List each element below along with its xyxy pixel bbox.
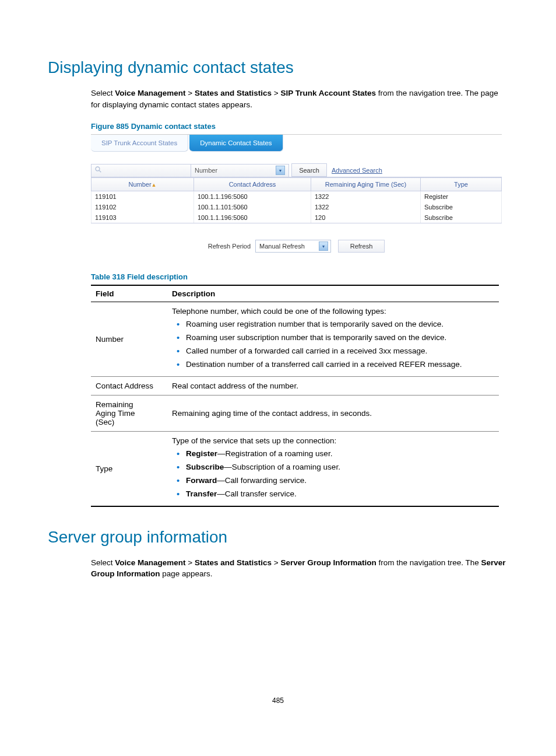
text: Select: [91, 89, 115, 97]
cell-contact: 100.1.1.101:5060: [194, 202, 311, 212]
table-row: 119102 100.1.1.101:5060 1322 Subscribe: [92, 202, 502, 212]
text: Remaining: [96, 400, 133, 409]
col-number[interactable]: Number▲: [92, 178, 194, 191]
page-number: 485: [48, 696, 508, 705]
list-item: Roaming user registration number that is…: [186, 318, 494, 331]
list-item: Destination number of a transferred call…: [186, 358, 494, 372]
cell-number: 119102: [92, 202, 194, 212]
figure-caption: Figure 885 Dynamic contact states: [91, 122, 508, 131]
text-strong: Forward: [186, 476, 217, 485]
list-item: Subscribe—Subscription of a roaming user…: [186, 461, 494, 474]
refresh-period-value: Manual Refresh: [259, 243, 305, 250]
breadcrumb-voice-management: Voice Management: [115, 89, 185, 97]
cell-number: 119101: [92, 191, 194, 202]
desc-type: Type of the service that sets up the con…: [167, 431, 499, 506]
cell-aging: 120: [311, 212, 421, 223]
tab-sip-trunk-account-states[interactable]: SIP Trunk Account States: [91, 135, 188, 152]
breadcrumb-sip-trunk-account-states: SIP Trunk Account States: [280, 89, 376, 97]
tab-bar: SIP Trunk Account States Dynamic Contact…: [91, 135, 502, 152]
text: Telephone number, which could be one of …: [172, 307, 386, 316]
text: Type of the service that sets up the con…: [172, 436, 336, 445]
refresh-button[interactable]: Refresh: [338, 240, 385, 253]
col-label: Number: [128, 181, 151, 188]
text: (Sec): [96, 418, 114, 426]
field-type: Type: [91, 431, 167, 506]
col-remaining-aging-time[interactable]: Remaining Aging Time (Sec): [311, 178, 421, 191]
text-strong: Register: [186, 449, 217, 458]
text: —Call forwarding service.: [217, 476, 307, 485]
advanced-search-link[interactable]: Advanced Search: [332, 167, 382, 174]
text: Aging Time: [96, 409, 135, 418]
sort-asc-icon: ▲: [152, 182, 157, 188]
cell-type: Register: [421, 191, 502, 202]
chevron-down-icon: ▾: [276, 166, 285, 175]
text-strong: Subscribe: [186, 463, 224, 471]
desc-contact-address: Real contact address of the number.: [167, 376, 499, 395]
text: Select: [91, 558, 115, 567]
list-item: Forward—Call forwarding service.: [186, 474, 494, 488]
search-input[interactable]: [91, 164, 191, 177]
cell-type: Subscribe: [421, 212, 502, 223]
field-description-table: Field Description Number Telephone numbe…: [91, 285, 499, 506]
search-bar: Number ▾ Search Advanced Search: [91, 163, 502, 177]
breadcrumb-server-group-information: Server Group Information: [280, 558, 376, 567]
figure-dynamic-contact-states: SIP Trunk Account States Dynamic Contact…: [91, 134, 502, 253]
refresh-period-select[interactable]: Manual Refresh ▾: [255, 240, 331, 253]
cell-aging: 1322: [311, 202, 421, 212]
cell-number: 119103: [92, 212, 194, 223]
table-row: 119101 100.1.1.196:5060 1322 Register: [92, 191, 502, 202]
list-item: Called number of a forwarded call carrie…: [186, 345, 494, 358]
contact-states-table: Number▲ Contact Address Remaining Aging …: [91, 177, 502, 223]
desc-number: Telephone number, which could be one of …: [167, 302, 499, 377]
th-field: Field: [91, 285, 167, 302]
desc-remaining-aging-time: Remaining aging time of the contact addr…: [167, 395, 499, 431]
refresh-period-label: Refresh Period: [208, 243, 251, 250]
intro-paragraph-1: Select Voice Management > States and Sta…: [91, 88, 508, 110]
cell-aging: 1322: [311, 191, 421, 202]
text: —Call transfer service.: [217, 489, 297, 498]
tab-dynamic-contact-states[interactable]: Dynamic Contact States: [189, 135, 283, 152]
list-item: Register—Registration of a roaming user.: [186, 447, 494, 461]
svg-line-1: [99, 170, 101, 172]
heading-displaying-dynamic-contact-states: Displaying dynamic contact states: [48, 58, 508, 77]
breadcrumb-states-statistics: States and Statistics: [195, 89, 272, 97]
col-type[interactable]: Type: [421, 178, 502, 191]
search-field-select[interactable]: Number ▾: [191, 164, 289, 177]
breadcrumb-states-statistics: States and Statistics: [195, 558, 272, 567]
text: from the navigation tree. The: [376, 558, 481, 567]
breadcrumb-voice-management: Voice Management: [115, 558, 185, 567]
col-contact-address[interactable]: Contact Address: [194, 178, 311, 191]
table-caption: Table 318 Field description: [91, 272, 508, 281]
search-button[interactable]: Search: [291, 163, 327, 177]
list-item: Transfer—Call transfer service.: [186, 488, 494, 501]
text: —Registration of a roaming user.: [217, 449, 332, 458]
search-icon: [95, 166, 101, 174]
refresh-controls: Refresh Period Manual Refresh ▾ Refresh: [91, 240, 502, 253]
field-contact-address: Contact Address: [91, 376, 167, 395]
list-item: Roaming user subscription number that is…: [186, 331, 494, 345]
cell-contact: 100.1.1.196:5060: [194, 212, 311, 223]
search-field-value: Number: [195, 167, 217, 174]
field-remaining-aging-time: Remaining Aging Time (Sec): [91, 395, 167, 431]
th-description: Description: [167, 285, 499, 302]
text: —Subscription of a roaming user.: [224, 463, 340, 471]
chevron-down-icon: ▾: [319, 242, 328, 251]
table-row: 119103 100.1.1.196:5060 120 Subscribe: [92, 212, 502, 223]
heading-server-group-information: Server group information: [48, 528, 508, 547]
text: page appears.: [160, 569, 213, 578]
text-strong: Transfer: [186, 489, 217, 498]
cell-contact: 100.1.1.196:5060: [194, 191, 311, 202]
cell-type: Subscribe: [421, 202, 502, 212]
intro-paragraph-2: Select Voice Management > States and Sta…: [91, 557, 508, 580]
field-number: Number: [91, 302, 167, 377]
